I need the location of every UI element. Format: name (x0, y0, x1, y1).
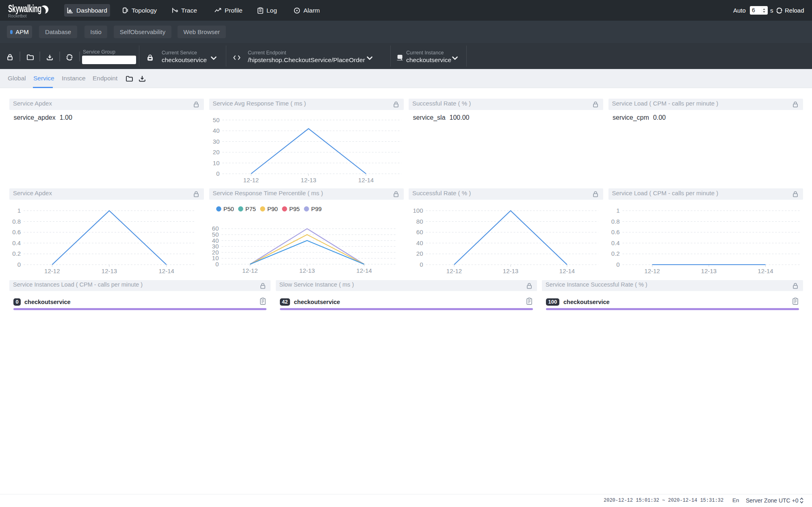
svg-text:12-13: 12-13 (299, 267, 314, 274)
svg-text:40: 40 (212, 127, 219, 134)
svg-text:50: 50 (212, 116, 219, 123)
svg-text:12-14: 12-14 (356, 267, 372, 274)
svg-text:0.2: 0.2 (611, 250, 619, 257)
svg-text:0: 0 (616, 261, 619, 268)
svg-text:0: 0 (420, 261, 423, 268)
svg-text:0.2: 0.2 (12, 250, 21, 257)
svg-text:30: 30 (212, 138, 219, 145)
svg-text:12-12: 12-12 (446, 268, 462, 274)
svg-text:12-12: 12-12 (644, 268, 660, 274)
svg-text:0.6: 0.6 (12, 229, 21, 235)
svg-text:20: 20 (212, 149, 219, 155)
svg-text:12-14: 12-14 (159, 268, 174, 274)
svg-text:0.8: 0.8 (611, 218, 619, 224)
svg-text:10: 10 (212, 159, 219, 166)
svg-text:1: 1 (616, 207, 619, 214)
svg-text:20: 20 (416, 250, 423, 257)
svg-text:12-12: 12-12 (243, 177, 258, 183)
svg-text:0.6: 0.6 (611, 229, 619, 235)
svg-text:40: 40 (416, 239, 423, 246)
svg-text:12-14: 12-14 (758, 268, 773, 274)
svg-text:12-13: 12-13 (701, 268, 716, 274)
svg-text:0: 0 (215, 261, 219, 268)
svg-text:0.8: 0.8 (12, 218, 21, 224)
svg-text:0.4: 0.4 (12, 239, 21, 246)
svg-text:1: 1 (17, 207, 21, 214)
svg-text:100: 100 (413, 207, 423, 214)
svg-text:12-13: 12-13 (301, 177, 316, 183)
svg-text:0.4: 0.4 (611, 239, 619, 246)
svg-text:80: 80 (416, 218, 423, 224)
svg-text:12-13: 12-13 (102, 268, 117, 274)
svg-text:12-14: 12-14 (358, 177, 373, 183)
svg-text:12-14: 12-14 (559, 268, 575, 274)
svg-text:12-12: 12-12 (242, 267, 258, 274)
svg-text:0: 0 (216, 170, 219, 177)
svg-text:0: 0 (17, 261, 21, 268)
svg-text:60: 60 (416, 229, 423, 235)
svg-text:12-12: 12-12 (44, 268, 60, 274)
svg-text:12-13: 12-13 (503, 268, 518, 274)
